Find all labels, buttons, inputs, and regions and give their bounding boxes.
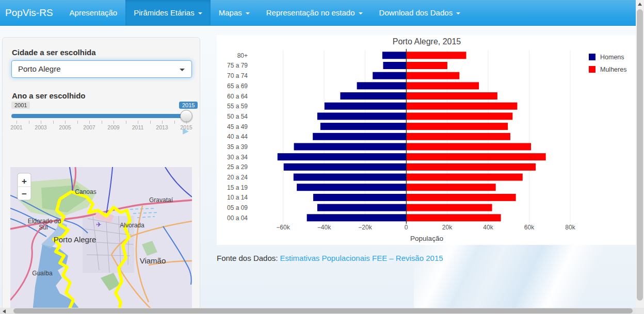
scroll-up-arrow[interactable] xyxy=(638,3,642,6)
bar-mulheres-1 xyxy=(407,62,447,69)
y-axis-label: 45 a 49 xyxy=(227,123,248,130)
bar-homens-12 xyxy=(294,174,406,181)
slider-tick xyxy=(17,121,17,124)
bar-homens-16 xyxy=(307,214,406,221)
bar-mulheres-16 xyxy=(407,214,501,221)
legend-swatch-mulheres xyxy=(589,66,595,73)
horizontal-scrollbar[interactable] xyxy=(0,308,636,314)
y-axis-label: 25 a 29 xyxy=(227,163,248,171)
leaflet-map[interactable]: ✈ Canoas Gravataí Eldorado do Sul Alvora… xyxy=(10,167,192,314)
bar-homens-7 xyxy=(320,123,406,130)
map-label-canoas: Canoas xyxy=(75,188,96,195)
bar-homens-1 xyxy=(383,62,406,69)
y-axis-label: 75 a 79 xyxy=(227,62,248,69)
map-label-eldorado-2: Sul xyxy=(39,224,47,231)
caret-down-icon xyxy=(198,12,202,14)
slider-tick xyxy=(150,121,151,124)
x-tick-label: 20k xyxy=(442,224,453,231)
map-zoom-out-button[interactable]: − xyxy=(22,189,27,199)
chart-title: Porto Alegre, 2015 xyxy=(393,37,461,46)
population-pyramid-chart: Porto Alegre, 2015 −60k−40k−20k020k40k60… xyxy=(217,35,636,245)
slider-tick xyxy=(138,121,138,124)
vertical-scrollbar-thumb[interactable] xyxy=(637,9,643,301)
bar-homens-11 xyxy=(284,163,406,171)
map-zoom-control: + − xyxy=(18,173,31,200)
nav-item-mapas[interactable]: Mapas xyxy=(211,0,258,25)
nav-item-download-dos-dados[interactable]: Download dos Dados xyxy=(371,0,469,25)
bar-mulheres-0 xyxy=(407,52,466,59)
play-animation-button[interactable]: ▶ xyxy=(183,126,189,136)
slider-tick-label: 2009 xyxy=(105,124,122,130)
select-caret-icon xyxy=(180,69,185,71)
x-tick-label: −40k xyxy=(317,224,331,231)
map-label-porto-alegre: Porto Alegre xyxy=(54,235,96,244)
x-tick-label: 60k xyxy=(524,224,535,231)
slider-tick-label: 2011 xyxy=(129,124,147,130)
y-axis-label: 60 a 64 xyxy=(227,93,248,100)
slider-tick xyxy=(102,121,102,124)
bar-homens-2 xyxy=(373,72,406,79)
y-axis-label: 50 a 54 xyxy=(227,113,248,120)
slider-tick-label: 2013 xyxy=(153,124,171,130)
legend-swatch-homens xyxy=(589,54,595,60)
map-zoom-in-button[interactable]: + xyxy=(22,176,27,186)
bar-mulheres-2 xyxy=(407,72,460,79)
y-axis-label: 05 a 09 xyxy=(227,204,248,211)
year-slider-label: Ano a ser escolhido xyxy=(12,91,86,100)
city-select-value: Porto Alegre xyxy=(18,64,61,73)
chart-card: Porto Alegre, 2015 −60k−40k−20k020k40k60… xyxy=(217,35,636,245)
airport-plane-icon: ✈ xyxy=(96,221,102,228)
horizontal-scrollbar-thumb[interactable] xyxy=(13,308,633,313)
nav-item-representacao-no-estado[interactable]: Representação no estado xyxy=(258,0,371,25)
city-select-label: Cidade a ser escolhida xyxy=(12,48,96,57)
slider-tick xyxy=(126,121,126,124)
slider-tick-label: 2007 xyxy=(81,124,98,130)
bar-homens-9 xyxy=(294,143,406,150)
slider-tick xyxy=(77,121,78,124)
slider-tick xyxy=(65,121,66,124)
y-axis-label: 20 a 24 xyxy=(227,174,248,181)
navbar: PopVis-RS Apresentação Pirâmides Etárias… xyxy=(0,0,644,26)
nav-item-piramides-etarias[interactable]: Pirâmides Etárias xyxy=(125,0,211,25)
bar-mulheres-15 xyxy=(407,204,492,211)
city-select[interactable]: Porto Alegre xyxy=(11,60,192,78)
x-axis-title: População xyxy=(410,235,443,242)
slider-tick xyxy=(29,121,29,124)
bar-mulheres-8 xyxy=(407,133,510,140)
slider-tick xyxy=(53,121,54,124)
x-tick-label: −60k xyxy=(276,224,290,231)
scrollbar-corner xyxy=(636,308,644,314)
bar-mulheres-14 xyxy=(407,194,516,201)
vertical-scrollbar[interactable] xyxy=(636,0,644,308)
bar-mulheres-10 xyxy=(407,153,546,160)
slider-tick xyxy=(186,121,187,124)
bar-mulheres-12 xyxy=(407,174,523,181)
y-axis-label: 40 a 44 xyxy=(227,133,248,140)
y-axis-label: 30 a 34 xyxy=(227,154,248,161)
bar-mulheres-13 xyxy=(407,184,496,191)
bar-homens-4 xyxy=(340,92,406,100)
nav-menu: Apresentação Pirâmides Etárias Mapas Rep… xyxy=(61,0,469,25)
year-slider-track[interactable] xyxy=(11,114,192,118)
slider-value-badge: 2015 xyxy=(179,102,198,109)
sidebar-panel: Cidade a ser escolhida Porto Alegre Ano … xyxy=(2,37,200,314)
y-axis-label: 80+ xyxy=(237,52,248,59)
nav-item-apresentacao[interactable]: Apresentação xyxy=(61,0,126,25)
brand-link[interactable]: PopVis-RS xyxy=(0,0,61,25)
slider-tick-label: 2005 xyxy=(56,124,74,130)
legend-label-mulheres: Mulheres xyxy=(600,66,626,73)
slider-tick-label: 2003 xyxy=(32,124,50,130)
bar-homens-6 xyxy=(317,112,406,120)
slider-tick xyxy=(89,121,90,124)
slider-tick-label: 2001 xyxy=(8,124,25,130)
y-axis-label: 35 a 39 xyxy=(227,143,248,151)
y-axis-label: 65 a 69 xyxy=(227,82,248,90)
caret-down-icon xyxy=(246,12,250,14)
slider-tick xyxy=(114,121,114,124)
bar-mulheres-3 xyxy=(407,82,479,89)
bar-mulheres-6 xyxy=(407,112,513,120)
scroll-left-arrow[interactable] xyxy=(3,309,6,313)
data-source-link[interactable]: Estimativas Populacionais FEE – Revisão … xyxy=(280,254,443,262)
caret-down-icon xyxy=(359,12,363,14)
slider-tick xyxy=(162,121,163,124)
